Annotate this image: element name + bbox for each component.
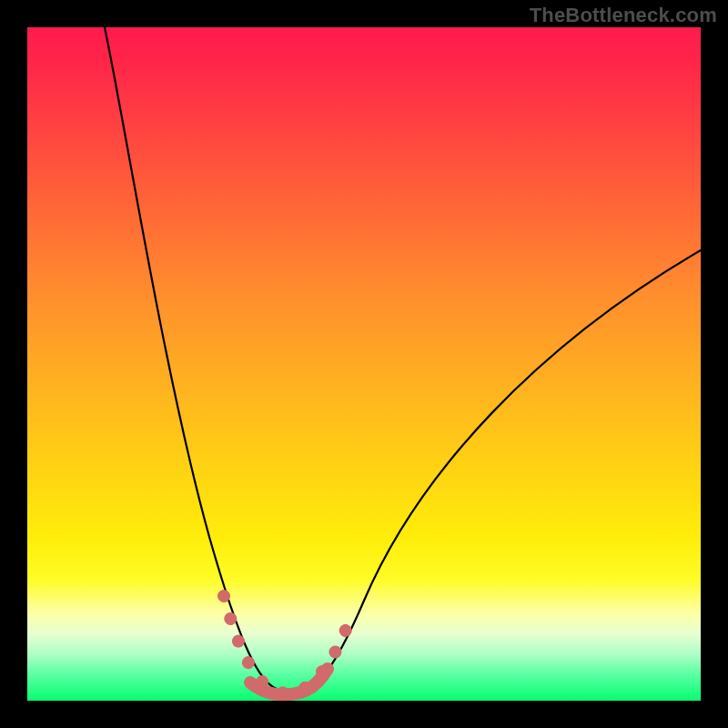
- dotted-bottom-overlay: [224, 596, 350, 693]
- bottleneck-curve: [105, 27, 701, 693]
- plot-area: [27, 27, 701, 701]
- watermark-text: TheBottleneck.com: [530, 4, 717, 27]
- chart-frame: TheBottleneck.com: [0, 0, 728, 728]
- curve-layer: [27, 27, 701, 701]
